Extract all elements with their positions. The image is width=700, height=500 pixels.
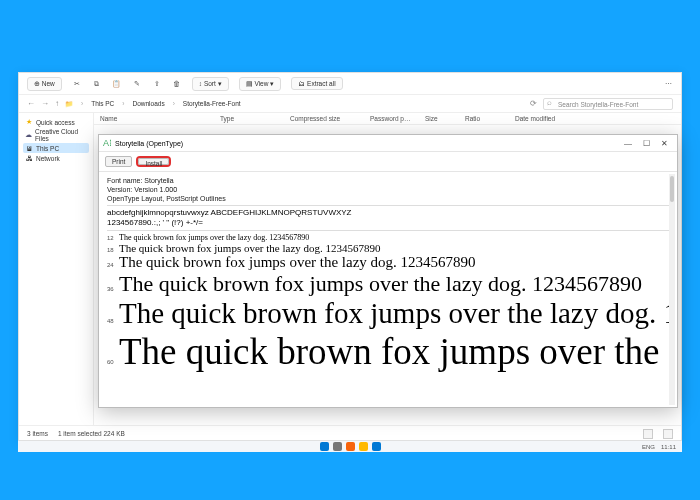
status-selection: 1 item selected 224 KB	[58, 430, 125, 437]
taskbar-app-icon[interactable]	[320, 442, 329, 451]
sidebar-item-label: This PC	[36, 145, 59, 152]
preview-titlebar: A⁞ Storytella (OpenType) — ☐ ✕	[99, 135, 677, 152]
breadcrumb-downloads[interactable]: Downloads	[132, 100, 164, 107]
install-button-highlight: Install	[136, 156, 171, 167]
search-input[interactable]: Search Storytella-Free-Font	[543, 98, 673, 110]
sort-button[interactable]: ↕ Sort ▾	[192, 77, 229, 91]
refresh-icon[interactable]: ⟳	[530, 99, 537, 108]
sample-row: 12The quick brown fox jumps over the laz…	[107, 233, 669, 242]
tray-language[interactable]: ENG	[642, 444, 655, 450]
font-preview-window: A⁞ Storytella (OpenType) — ☐ ✕ Print Ins…	[98, 134, 678, 408]
sample-text: The quick brown fox jumps over the lazy …	[119, 242, 381, 254]
pc-icon	[25, 144, 33, 152]
sidebar: Quick access Creative Cloud Files This P…	[19, 113, 94, 425]
sample-size-label: 18	[107, 247, 119, 253]
sample-row: 48The quick brown fox jumps over the laz…	[107, 297, 669, 330]
copy-icon[interactable]: ⧉	[92, 79, 102, 89]
sidebar-item-this-pc[interactable]: This PC	[23, 143, 89, 153]
preview-toolbar: Print Install	[99, 152, 677, 172]
paste-icon[interactable]: 📋	[112, 79, 122, 89]
folder-icon: 📁	[65, 100, 73, 108]
new-button[interactable]: ⊕ New	[27, 77, 62, 91]
cut-icon[interactable]: ✂	[72, 79, 82, 89]
network-icon	[25, 154, 33, 162]
taskbar-app-icon[interactable]	[346, 442, 355, 451]
font-file-icon: A⁞	[103, 138, 112, 148]
alphabet-digits-symbols: 1234567890.:,; ' " (!?) +-*/=	[107, 218, 669, 228]
sample-size-label: 12	[107, 235, 119, 241]
alphabet-preview: abcdefghijklmnopqrstuvwxyz ABCDEFGHIJKLM…	[107, 208, 669, 231]
col-compressed-size[interactable]: Compressed size	[290, 115, 370, 122]
extract-all-label: Extract all	[307, 80, 336, 87]
font-version-line: Version: Version 1.000	[107, 185, 669, 194]
install-button[interactable]: Install	[138, 158, 169, 165]
sample-row: 36The quick brown fox jumps over the laz…	[107, 271, 669, 297]
thumbnails-view-icon[interactable]	[663, 429, 673, 439]
star-icon	[25, 118, 33, 126]
sample-row: 24The quick brown fox jumps over the laz…	[107, 254, 669, 271]
sidebar-item-creative-cloud[interactable]: Creative Cloud Files	[23, 127, 89, 143]
nav-forward-icon[interactable]: →	[41, 99, 49, 108]
sample-size-label: 60	[107, 359, 119, 365]
col-date-modified[interactable]: Date modified	[515, 115, 595, 122]
sort-button-label: Sort	[204, 80, 216, 87]
print-button[interactable]: Print	[105, 156, 132, 167]
nav-back-icon[interactable]: ←	[27, 99, 35, 108]
new-button-label: New	[42, 80, 55, 87]
font-type-line: OpenType Layout, PostScript Outlines	[107, 194, 669, 203]
sidebar-item-label: Network	[36, 155, 60, 162]
preview-body: Font name: Storytella Version: Version 1…	[99, 172, 677, 407]
more-icon[interactable]: ⋯	[663, 79, 673, 89]
details-view-icon[interactable]	[643, 429, 653, 439]
column-headers: Name Type Compressed size Password p… Si…	[94, 113, 681, 125]
rename-icon[interactable]: ✎	[132, 79, 142, 89]
explorer-toolbar: ⊕ New ✂ ⧉ 📋 ✎ ⇪ 🗑 ↕ Sort ▾ ▤ View ▾ 🗂 Ex…	[19, 73, 681, 95]
taskbar: ENG 11:11	[18, 440, 682, 452]
sidebar-item-quick-access[interactable]: Quick access	[23, 117, 89, 127]
extract-all-button[interactable]: 🗂 Extract all	[291, 77, 342, 90]
preview-title: Storytella (OpenType)	[115, 140, 183, 147]
breadcrumb-folder[interactable]: Storytella-Free-Font	[183, 100, 241, 107]
view-button-label: View	[254, 80, 268, 87]
delete-icon[interactable]: 🗑	[172, 79, 182, 89]
sample-size-label: 48	[107, 318, 119, 324]
sample-text: The quick brown fox jumps over the lazy …	[119, 254, 476, 271]
sample-row: 18The quick brown fox jumps over the laz…	[107, 242, 669, 254]
tray-clock[interactable]: 11:11	[661, 444, 676, 450]
taskbar-app-icon[interactable]	[333, 442, 342, 451]
share-icon[interactable]: ⇪	[152, 79, 162, 89]
status-bar: 3 items 1 item selected 224 KB	[19, 425, 681, 441]
sample-text-list: 12The quick brown fox jumps over the laz…	[107, 233, 669, 373]
minimize-button[interactable]: —	[619, 139, 637, 148]
col-size[interactable]: Size	[425, 115, 465, 122]
sample-text: The quick brown fox jumps over the lazy …	[119, 297, 669, 330]
alphabet-lowercase-uppercase: abcdefghijklmnopqrstuvwxyz ABCDEFGHIJKLM…	[107, 208, 669, 218]
sample-text: The quick brown fox jumps over the lazy …	[119, 330, 669, 373]
col-password[interactable]: Password p…	[370, 115, 425, 122]
sample-row: 60The quick brown fox jumps over the laz…	[107, 330, 669, 373]
sample-size-label: 24	[107, 262, 119, 268]
font-name-line: Font name: Storytella	[107, 176, 669, 185]
col-name[interactable]: Name	[100, 115, 220, 122]
close-button[interactable]: ✕	[655, 139, 673, 148]
address-bar: ← → ↑ 📁 › This PC › Downloads › Storytel…	[19, 95, 681, 113]
nav-up-icon[interactable]: ↑	[55, 99, 59, 108]
col-ratio[interactable]: Ratio	[465, 115, 515, 122]
sample-text: The quick brown fox jumps over the lazy …	[119, 233, 309, 242]
col-type[interactable]: Type	[220, 115, 290, 122]
taskbar-app-icon[interactable]	[359, 442, 368, 451]
breadcrumb-this-pc[interactable]: This PC	[91, 100, 114, 107]
status-item-count: 3 items	[27, 430, 48, 437]
view-button[interactable]: ▤ View ▾	[239, 77, 282, 91]
sidebar-item-network[interactable]: Network	[23, 153, 89, 163]
scrollbar[interactable]	[669, 174, 675, 405]
sidebar-item-label: Quick access	[36, 119, 75, 126]
sample-text: The quick brown fox jumps over the lazy …	[119, 271, 642, 297]
font-metadata: Font name: Storytella Version: Version 1…	[107, 176, 669, 206]
sample-size-label: 36	[107, 286, 119, 292]
maximize-button[interactable]: ☐	[637, 139, 655, 148]
taskbar-app-icon[interactable]	[372, 442, 381, 451]
sidebar-item-label: Creative Cloud Files	[35, 128, 87, 142]
cloud-icon	[25, 131, 32, 139]
